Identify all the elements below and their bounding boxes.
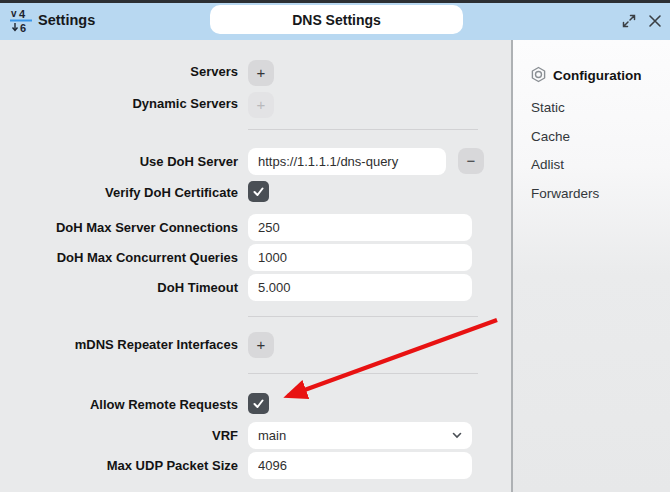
mdns-repeater-interfaces-label: mDNS Repeater Interfaces	[0, 337, 238, 352]
dialog-title: DNS Settings	[292, 12, 381, 28]
close-icon[interactable]	[648, 14, 662, 28]
app-title: Settings	[38, 12, 95, 28]
sidebar-item-configuration[interactable]: Configuration	[553, 68, 641, 83]
vrf-label: VRF	[0, 428, 238, 443]
servers-label: Servers	[0, 64, 238, 79]
dialog-title-pill: DNS Settings	[210, 5, 463, 34]
chevron-down-icon	[452, 432, 462, 439]
dns-settings-form: Servers + Dynamic Servers + Use DoH Serv…	[0, 40, 511, 492]
configuration-nut-icon	[530, 66, 547, 83]
remove-doh-server-button[interactable]: −	[458, 148, 484, 174]
divider	[248, 316, 478, 317]
use-doh-server-input[interactable]	[248, 148, 446, 175]
svg-text:v: v	[11, 8, 17, 19]
add-dynamic-server-button: +	[248, 92, 274, 118]
doh-max-server-connections-input[interactable]	[248, 214, 472, 241]
verify-doh-certificate-checkbox[interactable]	[248, 181, 269, 202]
use-doh-server-label: Use DoH Server	[0, 154, 238, 169]
dynamic-servers-label: Dynamic Servers	[0, 96, 238, 111]
dns-settings-window: v 4 6 Settings DNS Settings Servers + Dy…	[0, 0, 670, 492]
add-mdns-interface-button[interactable]: +	[248, 332, 274, 358]
dns-menu-sidebar: Configuration Static Cache Adlist Forwar…	[513, 40, 670, 492]
divider	[248, 129, 478, 130]
window-top-edge	[0, 0, 670, 3]
vrf-select[interactable]: main	[248, 422, 472, 449]
sidebar-item-cache[interactable]: Cache	[531, 129, 570, 144]
max-udp-packet-size-label: Max UDP Packet Size	[0, 458, 238, 473]
max-udp-packet-size-input[interactable]	[248, 452, 472, 479]
allow-remote-requests-label: Allow Remote Requests	[0, 397, 238, 412]
svg-text:4: 4	[19, 8, 26, 20]
check-icon	[252, 397, 265, 410]
doh-max-concurrent-queries-label: DoH Max Concurrent Queries	[0, 250, 238, 265]
verify-doh-certificate-label: Verify DoH Certificate	[0, 185, 238, 200]
svg-text:6: 6	[20, 22, 26, 33]
doh-max-concurrent-queries-input[interactable]	[248, 244, 472, 271]
sidebar-item-forwarders[interactable]: Forwarders	[531, 186, 599, 201]
allow-remote-requests-checkbox[interactable]	[248, 393, 269, 414]
add-server-button[interactable]: +	[248, 60, 274, 86]
dns-v4-v6-icon: v 4 6	[8, 7, 34, 33]
doh-timeout-label: DoH Timeout	[0, 280, 238, 295]
vrf-value: main	[258, 428, 452, 443]
check-icon	[252, 185, 265, 198]
doh-timeout-input[interactable]	[248, 274, 472, 301]
expand-icon[interactable]	[622, 14, 636, 28]
sidebar-item-static[interactable]: Static	[531, 100, 565, 115]
sidebar-item-adlist[interactable]: Adlist	[531, 157, 564, 172]
title-bar: v 4 6 Settings DNS Settings	[0, 0, 670, 40]
divider	[248, 373, 478, 374]
doh-max-server-connections-label: DoH Max Server Connections	[0, 220, 238, 235]
